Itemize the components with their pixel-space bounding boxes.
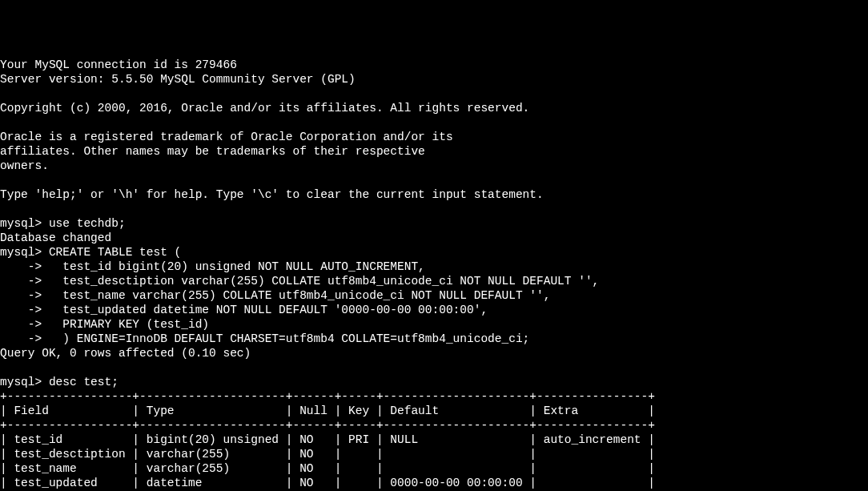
terminal-line: mysql> use techdb;: [0, 216, 868, 231]
terminal-line: Oracle is a registered trademark of Orac…: [0, 130, 868, 144]
terminal-line: | test_desctiption | varchar(255) | NO |…: [0, 447, 868, 461]
terminal-line: Type 'help;' or '\h' for help. Type '\c'…: [0, 187, 868, 202]
terminal-line: -> test_updated datetime NOT NULL DEFAUL…: [0, 303, 868, 317]
terminal-line: -> test_id bigint(20) unsigned NOT NULL …: [0, 260, 868, 274]
mysql-terminal[interactable]: Your MySQL connection id is 279466Server…: [0, 58, 868, 491]
terminal-line: [0, 173, 868, 187]
terminal-line: Query OK, 0 rows affected (0.10 sec): [0, 346, 868, 360]
terminal-line: [0, 115, 868, 130]
terminal-line: affiliates. Other names may be trademark…: [0, 144, 868, 159]
terminal-line: | test_id | bigint(20) unsigned | NO | P…: [0, 433, 868, 447]
terminal-line: Copyright (c) 2000, 2016, Oracle and/or …: [0, 101, 868, 115]
terminal-line: mysql> CREATE TABLE test (: [0, 245, 868, 260]
terminal-line: +------------------+--------------------…: [0, 389, 868, 404]
terminal-line: Your MySQL connection id is 279466: [0, 58, 868, 72]
terminal-line: Database changed: [0, 231, 868, 245]
terminal-line: | Field | Type | Null | Key | Default | …: [0, 404, 868, 418]
terminal-line: owners.: [0, 159, 868, 173]
terminal-line: [0, 87, 868, 101]
terminal-line: +------------------+--------------------…: [0, 418, 868, 433]
terminal-line: -> PRIMARY KEY (test_id): [0, 317, 868, 332]
terminal-line: -> test_desctiption varchar(255) COLLATE…: [0, 274, 868, 288]
terminal-line: -> test_name varchar(255) COLLATE utf8mb…: [0, 288, 868, 303]
terminal-line: mysql> desc test;: [0, 375, 868, 389]
terminal-line: | test_name | varchar(255) | NO | | | |: [0, 461, 868, 476]
terminal-line: -> ) ENGINE=InnoDB DEFAULT CHARSET=utf8m…: [0, 332, 868, 346]
terminal-line: [0, 360, 868, 375]
terminal-line: [0, 202, 868, 216]
terminal-line: Server version: 5.5.50 MySQL Community S…: [0, 72, 868, 87]
terminal-line: | test_updated | datetime | NO | | 0000-…: [0, 476, 868, 490]
